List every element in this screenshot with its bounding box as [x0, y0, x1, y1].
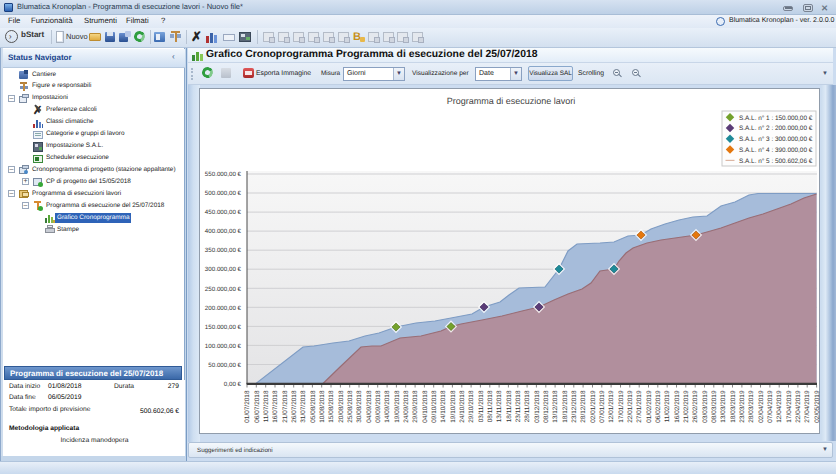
svg-text:03/12/2018: 03/12/2018 — [534, 390, 541, 423]
svg-text:18/12/2018: 18/12/2018 — [562, 390, 569, 423]
svg-text:06/07/2018: 06/07/2018 — [254, 390, 261, 423]
svg-text:14/09/2018: 14/09/2018 — [384, 390, 391, 423]
svg-text:04/09/2018: 04/09/2018 — [366, 390, 373, 423]
svg-text:S.A.L. n° 5 : 500.602,06 €: S.A.L. n° 5 : 500.602,06 € — [739, 158, 813, 165]
svg-text:350.000,00 €: 350.000,00 € — [205, 247, 242, 254]
svg-text:02/01/2019: 02/01/2019 — [590, 390, 597, 423]
svg-text:16/07/2018: 16/07/2018 — [272, 390, 279, 423]
svg-text:28/11/2018: 28/11/2018 — [524, 390, 531, 422]
svg-text:07/04/2019: 07/04/2019 — [767, 390, 774, 423]
svg-text:08/11/2018: 08/11/2018 — [487, 390, 494, 422]
svg-text:09/09/2018: 09/09/2018 — [375, 390, 382, 423]
svg-text:21/02/2019: 21/02/2019 — [683, 390, 690, 423]
svg-text:04/10/2018: 04/10/2018 — [422, 390, 429, 423]
svg-text:23/03/2019: 23/03/2019 — [739, 390, 746, 423]
svg-text:29/10/2018: 29/10/2018 — [468, 390, 475, 423]
svg-text:10/08/2018: 10/08/2018 — [319, 390, 326, 423]
svg-text:23/11/2018: 23/11/2018 — [515, 390, 522, 422]
svg-text:19/10/2018: 19/10/2018 — [450, 390, 457, 423]
svg-text:26/02/2019: 26/02/2019 — [692, 390, 699, 423]
svg-text:17/01/2019: 17/01/2019 — [618, 390, 625, 423]
svg-text:31/07/2018: 31/07/2018 — [300, 390, 307, 423]
svg-text:25/08/2018: 25/08/2018 — [347, 390, 354, 423]
svg-text:500.000,00 €: 500.000,00 € — [205, 190, 242, 197]
svg-text:15/08/2018: 15/08/2018 — [328, 390, 335, 423]
svg-text:22/01/2019: 22/01/2019 — [627, 390, 634, 423]
svg-text:28/03/2019: 28/03/2019 — [748, 390, 755, 423]
svg-text:20/08/2018: 20/08/2018 — [338, 390, 345, 423]
svg-text:Programma di esecuzione lavori: Programma di esecuzione lavori — [447, 96, 576, 106]
svg-text:S.A.L. n° 2 : 200.000,00 €: S.A.L. n° 2 : 200.000,00 € — [739, 125, 813, 132]
svg-text:01/02/2019: 01/02/2019 — [646, 390, 653, 423]
svg-text:400.000,00 €: 400.000,00 € — [205, 228, 242, 235]
svg-text:02/04/2019: 02/04/2019 — [758, 390, 765, 423]
svg-text:12/01/2019: 12/01/2019 — [608, 390, 615, 423]
svg-text:08/03/2019: 08/03/2019 — [711, 390, 718, 423]
svg-text:13/03/2019: 13/03/2019 — [720, 390, 727, 423]
svg-text:11/02/2019: 11/02/2019 — [664, 390, 671, 422]
svg-text:300.000,00 €: 300.000,00 € — [205, 266, 242, 273]
svg-text:03/03/2019: 03/03/2019 — [702, 390, 709, 423]
svg-text:0,00 €: 0,00 € — [224, 381, 242, 388]
svg-text:S.A.L. n° 4 : 390.000,00 €: S.A.L. n° 4 : 390.000,00 € — [739, 147, 813, 154]
svg-text:29/09/2018: 29/09/2018 — [412, 390, 419, 423]
svg-text:26/07/2018: 26/07/2018 — [291, 390, 298, 423]
svg-text:S.A.L. n° 1 : 150.000,00 €: S.A.L. n° 1 : 150.000,00 € — [739, 115, 813, 122]
svg-text:250.000,00 €: 250.000,00 € — [205, 286, 242, 293]
svg-text:450.000,00 €: 450.000,00 € — [205, 209, 242, 216]
svg-text:30/08/2018: 30/08/2018 — [356, 390, 363, 423]
svg-text:09/10/2018: 09/10/2018 — [431, 390, 438, 423]
svg-text:03/11/2018: 03/11/2018 — [478, 390, 485, 422]
svg-text:02/05/2019: 02/05/2019 — [814, 390, 820, 423]
svg-text:550.000,00 €: 550.000,00 € — [205, 171, 242, 178]
svg-text:08/12/2018: 08/12/2018 — [543, 390, 550, 423]
svg-text:S.A.L. n° 3 : 300.000,00 €: S.A.L. n° 3 : 300.000,00 € — [739, 136, 813, 143]
svg-text:06/02/2019: 06/02/2019 — [655, 390, 662, 423]
svg-text:11/07/2018: 11/07/2018 — [263, 390, 270, 422]
svg-text:16/02/2019: 16/02/2019 — [674, 390, 681, 423]
svg-text:22/04/2019: 22/04/2019 — [795, 390, 802, 423]
svg-text:24/10/2018: 24/10/2018 — [459, 390, 466, 423]
svg-text:200.000,00 €: 200.000,00 € — [205, 305, 242, 312]
svg-text:27/01/2019: 27/01/2019 — [636, 390, 643, 423]
svg-text:14/10/2018: 14/10/2018 — [440, 390, 447, 423]
svg-text:18/03/2019: 18/03/2019 — [730, 390, 737, 423]
svg-text:13/11/2018: 13/11/2018 — [496, 390, 503, 422]
svg-text:13/12/2018: 13/12/2018 — [552, 390, 559, 423]
svg-text:01/07/2018: 01/07/2018 — [244, 390, 251, 423]
svg-text:24/09/2018: 24/09/2018 — [403, 390, 410, 423]
svg-text:50.000,00 €: 50.000,00 € — [208, 362, 241, 369]
svg-text:05/08/2018: 05/08/2018 — [310, 390, 317, 423]
svg-text:19/09/2018: 19/09/2018 — [394, 390, 401, 423]
svg-text:150.000,00 €: 150.000,00 € — [205, 324, 242, 331]
svg-text:28/12/2018: 28/12/2018 — [580, 390, 587, 423]
svg-text:07/01/2019: 07/01/2019 — [599, 390, 606, 423]
svg-text:21/07/2018: 21/07/2018 — [282, 390, 289, 423]
svg-text:27/04/2019: 27/04/2019 — [804, 390, 811, 423]
svg-text:17/04/2019: 17/04/2019 — [786, 390, 793, 423]
svg-text:12/04/2019: 12/04/2019 — [776, 390, 783, 423]
svg-text:23/12/2018: 23/12/2018 — [571, 390, 578, 423]
svg-text:100.000,00 €: 100.000,00 € — [205, 343, 242, 350]
svg-text:18/11/2018: 18/11/2018 — [506, 390, 513, 422]
